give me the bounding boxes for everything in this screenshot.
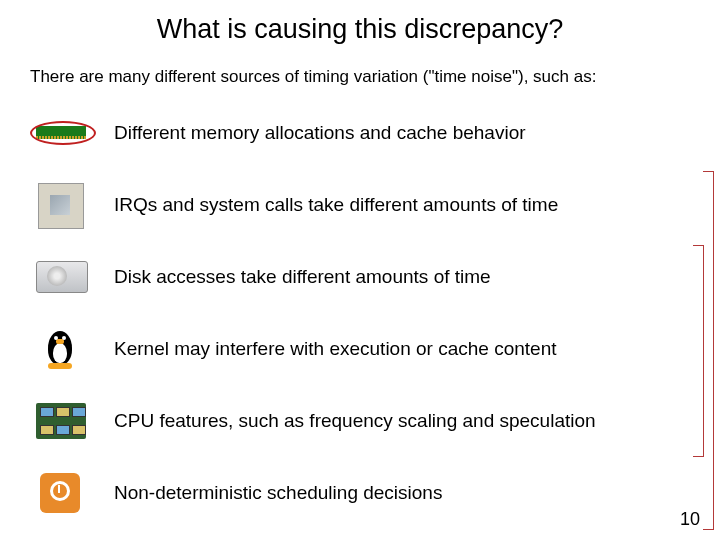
item-list: Different memory allocations and cache b…	[30, 111, 690, 515]
item-label: Non-deterministic scheduling decisions	[114, 482, 442, 504]
scheduler-icon	[30, 471, 92, 515]
tux-icon	[30, 327, 92, 371]
list-item: IRQs and system calls take different amo…	[30, 183, 690, 227]
item-label: IRQs and system calls take different amo…	[114, 194, 558, 216]
hdd-icon	[30, 255, 92, 299]
intro-text: There are many different sources of timi…	[30, 67, 690, 87]
list-item: Disk accesses take different amounts of …	[30, 255, 690, 299]
item-label: Disk accesses take different amounts of …	[114, 266, 491, 288]
page-number: 10	[680, 509, 700, 530]
list-item: Kernel may interfere with execution or c…	[30, 327, 690, 371]
list-item: CPU features, such as frequency scaling …	[30, 399, 690, 443]
item-label: Different memory allocations and cache b…	[114, 122, 526, 144]
cpu-icon	[30, 183, 92, 227]
bracket-inner	[693, 245, 704, 457]
item-label: Kernel may interfere with execution or c…	[114, 338, 557, 360]
list-item: Non-deterministic scheduling decisions	[30, 471, 690, 515]
list-item: Different memory allocations and cache b…	[30, 111, 690, 155]
chipset-icon	[30, 399, 92, 443]
bracket-outer	[703, 171, 714, 530]
ram-icon	[30, 111, 92, 155]
slide-title: What is causing this discrepancy?	[30, 14, 690, 45]
item-label: CPU features, such as frequency scaling …	[114, 410, 596, 432]
slide: What is causing this discrepancy? There …	[0, 0, 720, 540]
